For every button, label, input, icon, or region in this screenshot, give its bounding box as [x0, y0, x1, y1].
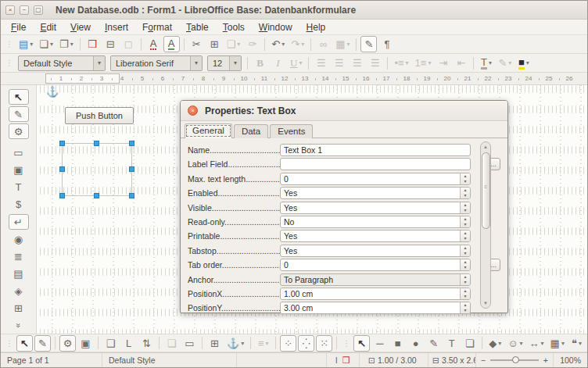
spinner[interactable]: ▴ ▾: [460, 230, 470, 241]
dropdown-arrow[interactable]: ▾: [237, 41, 240, 48]
text-box-tool[interactable]: T: [9, 180, 29, 195]
tab-data[interactable]: Data: [234, 124, 268, 138]
resize-handle-s[interactable]: [94, 193, 99, 198]
control-wizards-button[interactable]: ⚙ ▾: [59, 335, 76, 352]
show-draw-functions-button[interactable]: ✎ ▾: [360, 36, 377, 52]
snap-to-grid-button[interactable]: ⁛ ▾: [298, 335, 314, 352]
selected-text-box[interactable]: [62, 143, 132, 196]
dropdown-arrow[interactable]: ▾: [406, 59, 409, 66]
toolbar-grip[interactable]: ⋮: [5, 40, 13, 48]
scroll-up-arrow[interactable]: ▲: [481, 142, 490, 152]
resize-handle-e[interactable]: [129, 166, 134, 172]
spinner[interactable]: ▴ ▾: [460, 216, 470, 227]
more-tools-chevron[interactable]: »: [9, 318, 29, 334]
dialog-scrollbar[interactable]: ▲ ≡ ▼: [480, 141, 491, 309]
property-value-field[interactable]: 3.00 cm ▴ ▾: [280, 302, 471, 314]
save-button[interactable]: ❐ ▾: [57, 36, 76, 52]
spinner[interactable]: ▴ ▾: [460, 188, 470, 198]
toolbar-grip[interactable]: ⋮: [5, 59, 13, 67]
print-button[interactable]: ⊟ ▾: [102, 36, 119, 52]
object-size-status[interactable]: ⊟ 3.50 x 2.6: [428, 353, 475, 367]
combo-dropdown-arrow[interactable]: ▾: [190, 56, 202, 70]
spin-down-arrow[interactable]: ▾: [461, 236, 470, 241]
combo-dropdown-arrow[interactable]: ▾: [93, 56, 105, 70]
dropdown-arrow[interactable]: ▾: [346, 41, 350, 48]
menu-insert[interactable]: Insert: [98, 21, 135, 34]
line-tool[interactable]: ─ ▾: [371, 335, 388, 352]
spin-up-arrow[interactable]: ▴: [461, 288, 470, 294]
page-style-status[interactable]: Default Style: [102, 353, 237, 367]
spin-down-arrow[interactable]: ▾: [461, 222, 470, 227]
dropdown-arrow[interactable]: ▾: [520, 340, 523, 347]
callouts-button[interactable]: ❝ ▾: [568, 335, 585, 352]
label-field-tool[interactable]: ▭: [9, 145, 29, 160]
option-button-tool[interactable]: ◉: [9, 231, 29, 247]
scrollbar-thumb[interactable]: ≡: [482, 152, 490, 229]
helplines-button[interactable]: ⁙ ▾: [316, 335, 332, 352]
export-pdf-button[interactable]: ❒ ▾: [84, 36, 101, 52]
cut-button[interactable]: ✂ ▾: [188, 36, 205, 52]
spin-down-arrow[interactable]: ▾: [461, 208, 470, 213]
menu-window[interactable]: Window: [252, 21, 299, 34]
design-mode-toggle[interactable]: ✎: [9, 106, 29, 122]
spin-down-arrow[interactable]: ▾: [461, 294, 470, 299]
spin-up-arrow[interactable]: ▴: [461, 202, 470, 208]
block-arrows-button[interactable]: ↔ ▾: [527, 335, 547, 352]
scroll-down-arrow[interactable]: ▼: [481, 298, 490, 308]
dropdown-arrow[interactable]: ▾: [489, 59, 492, 66]
dropdown-arrow[interactable]: ▾: [428, 59, 431, 66]
control-properties-button[interactable]: ❑ ▾: [102, 335, 119, 352]
form-design-button[interactable]: ▤ ▾: [16, 36, 35, 52]
menu-edit[interactable]: Edit: [33, 21, 63, 34]
form-canvas[interactable]: ⚓ Push Button × Properties: Text Box: [37, 85, 587, 334]
zoom-level-status[interactable]: 100%: [553, 353, 587, 367]
zoom-in-button[interactable]: +: [543, 355, 548, 365]
spinner[interactable]: ▴ ▾: [460, 245, 470, 256]
drawing-select-button[interactable]: ↖ ▾: [353, 335, 370, 352]
dialog-close-button[interactable]: ×: [188, 105, 198, 116]
font-name-combo[interactable]: Liberation Serif ▾: [110, 55, 203, 71]
open-in-design-mode-button[interactable]: ▭ ▾: [181, 335, 198, 352]
auto-spellcheck-button[interactable]: A ▾: [163, 36, 180, 52]
rectangle-tool[interactable]: ■ ▾: [389, 335, 406, 352]
spinner[interactable]: ▴ ▾: [460, 288, 470, 299]
dropdown-arrow[interactable]: ▾: [241, 340, 244, 347]
dropdown-arrow[interactable]: ▾: [281, 41, 285, 48]
spin-down-arrow[interactable]: ▾: [461, 193, 470, 198]
toolbar-grip[interactable]: ⋮: [342, 339, 350, 348]
property-value-field[interactable]: To Paragraph ▴ ▾: [280, 273, 471, 286]
activation-order-button[interactable]: L ▾: [120, 335, 137, 352]
display-grid-button[interactable]: ⁘ ▾: [280, 335, 296, 352]
menu-file[interactable]: File: [4, 21, 33, 34]
resize-handle-se[interactable]: [129, 193, 134, 198]
copy-button[interactable]: ⊞ ▾: [206, 36, 223, 52]
flowchart-button[interactable]: ▦ ▾: [548, 335, 567, 352]
resize-handle-n[interactable]: [94, 141, 99, 146]
object-position-status[interactable]: ⊡ 1.00 / 3.00: [360, 353, 428, 367]
spinner[interactable]: ▴ ▾: [460, 302, 470, 313]
dropdown-arrow[interactable]: ▾: [541, 340, 544, 347]
add-field-button[interactable]: ⇅ ▾: [138, 335, 155, 352]
tab-general[interactable]: General: [185, 123, 232, 138]
minimize-window-button[interactable]: −: [20, 5, 29, 15]
spinner[interactable]: ▴ ▾: [460, 274, 470, 285]
property-value-field[interactable]: Text Box 1 ▴ ▾: [280, 144, 471, 156]
property-value-field[interactable]: No ▴ ▾: [280, 216, 471, 228]
property-value-field[interactable]: Yes ▴ ▾: [280, 230, 471, 242]
zoom-out-button[interactable]: −: [481, 355, 486, 365]
dropdown-arrow[interactable]: ▾: [50, 41, 53, 48]
spin-down-arrow[interactable]: ▾: [461, 251, 470, 256]
property-value-field[interactable]: Yes ▴ ▾: [280, 187, 471, 199]
freeform-line-tool[interactable]: ✎ ▾: [425, 335, 442, 352]
property-value-field[interactable]: 0 ▴ ▾: [280, 173, 471, 185]
selection-mode-status[interactable]: I ❒: [327, 353, 360, 367]
property-value-field[interactable]: ▴ ▾: [280, 158, 471, 170]
font-color-button[interactable]: T ▾: [478, 55, 494, 71]
undo-button[interactable]: ↶ ▾: [269, 36, 287, 52]
menu-table[interactable]: Table: [179, 21, 216, 34]
symbol-shapes-button[interactable]: ☺ ▾: [505, 335, 525, 352]
spin-down-arrow[interactable]: ▾: [461, 265, 470, 270]
dropdown-arrow[interactable]: ▾: [508, 59, 511, 66]
change-anchor-button[interactable]: ⚓ ▾: [224, 335, 246, 352]
dropdown-arrow[interactable]: ▾: [30, 41, 33, 48]
